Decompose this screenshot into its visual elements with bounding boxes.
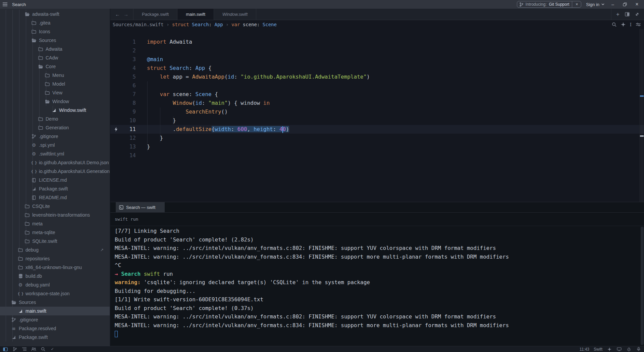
code-line-8[interactable]: 8 Window(id: "main") { window in bbox=[110, 99, 644, 107]
code-line-5[interactable]: 5 let app = AdwaitaApp(id: "io.github.Ap… bbox=[110, 73, 644, 81]
minimize-button[interactable]: – bbox=[609, 2, 616, 7]
nav-back-icon[interactable]: ← bbox=[115, 11, 120, 17]
code-line-10[interactable]: 10 } bbox=[110, 116, 644, 125]
code-line-9[interactable]: 9 SearchEntry() bbox=[110, 107, 644, 116]
tree-item-icons[interactable]: Icons bbox=[0, 27, 110, 36]
code-line-7[interactable]: 7 var scene: Scene { bbox=[110, 90, 644, 99]
banner-title: Git Support bbox=[549, 2, 570, 7]
tree-item-license-md[interactable]: LICENSE.md bbox=[0, 176, 110, 184]
tree-item-csqlite[interactable]: CSQLite bbox=[0, 202, 110, 211]
tab-package-swift[interactable]: Package.swift bbox=[133, 9, 177, 20]
swift-icon bbox=[18, 308, 23, 314]
tree-item-build-db[interactable]: build.db bbox=[0, 272, 110, 280]
tree-item-meta-sqlite[interactable]: meta-sqlite bbox=[0, 228, 110, 237]
tab-window-swift[interactable]: Window.swift bbox=[214, 9, 256, 20]
tree-item-workspace-state-json[interactable]: { }workspace-state.json bbox=[0, 289, 110, 298]
cursor-position[interactable]: 11:43 bbox=[580, 347, 589, 352]
code-line-2[interactable]: 2 bbox=[110, 46, 644, 55]
language-selector[interactable]: Swift bbox=[594, 347, 602, 352]
tree-item--gitignore[interactable]: .gitignore bbox=[0, 132, 110, 141]
code-line-4[interactable]: 4struct Search: App { bbox=[110, 64, 644, 73]
tree-item-view[interactable]: View bbox=[0, 88, 110, 97]
tree-item-debug[interactable]: debug↗ bbox=[0, 246, 110, 254]
tree-item-package-swift[interactable]: Package.swift bbox=[0, 333, 110, 342]
tree-item-window[interactable]: Window bbox=[0, 97, 110, 106]
app-menu-button[interactable] bbox=[0, 0, 10, 9]
code-action-lightning-icon[interactable] bbox=[110, 125, 122, 134]
tree-item-io-github-aparokshaui-demo-json[interactable]: { }io.github.AparokshaUI.Demo.json bbox=[0, 158, 110, 167]
expand-pane-icon[interactable] bbox=[635, 12, 639, 16]
code-line-13[interactable]: 13} bbox=[110, 142, 644, 151]
tree-item-io-github-aparokshaui-generation-json[interactable]: { }io.github.AparokshaUI.Generation.json bbox=[0, 167, 110, 176]
tree-item-readme-md[interactable]: README.md bbox=[0, 193, 110, 202]
code-editor[interactable]: 1import Adwaita23@main4struct Search: Ap… bbox=[110, 29, 644, 202]
terminal-line: Build of product 'Search' complete! (2.8… bbox=[115, 235, 644, 244]
outline-panel-icon[interactable] bbox=[21, 347, 27, 352]
terminal-scrollbar-thumb[interactable] bbox=[641, 227, 644, 345]
inline-assist-icon[interactable] bbox=[621, 22, 626, 27]
restore-button[interactable] bbox=[621, 2, 629, 6]
code-line-3[interactable]: 3@main bbox=[110, 55, 644, 64]
tree-item-meta[interactable]: meta bbox=[0, 219, 110, 228]
tree-item-debug-yaml[interactable]: ⚙debug.yaml bbox=[0, 280, 110, 289]
tree-item-menu[interactable]: Menu bbox=[0, 71, 110, 80]
diagnostics-icon[interactable]: ✓ bbox=[50, 347, 55, 352]
terminal-command-row[interactable]: swift run bbox=[110, 213, 644, 226]
tree-item-levenshtein-transformations[interactable]: levenshtein-transformations bbox=[0, 211, 110, 219]
tree-item-generation[interactable]: Generation bbox=[0, 123, 110, 132]
code-line-1[interactable]: 1import Adwaita bbox=[110, 38, 644, 46]
notifications-icon[interactable] bbox=[626, 347, 632, 352]
code-actions-icon[interactable] bbox=[636, 23, 641, 27]
tree-item-demo[interactable]: Demo bbox=[0, 115, 110, 123]
tree-item--gitea[interactable]: .gitea bbox=[0, 18, 110, 27]
tree-item-sources[interactable]: Sources bbox=[0, 298, 110, 307]
tree-item-core[interactable]: Core bbox=[0, 62, 110, 71]
tree-item-x86-64-unknown-linux-gnu[interactable]: x86_64-unknown-linux-gnu bbox=[0, 263, 110, 272]
git-branch-icon[interactable] bbox=[12, 347, 17, 352]
terminal-tab[interactable]: Search — swift bbox=[116, 202, 165, 212]
editor-scrollbar[interactable] bbox=[639, 29, 644, 202]
close-button[interactable]: × bbox=[633, 1, 641, 7]
tree-item-package-resolved[interactable]: ≡Package.resolved bbox=[0, 324, 110, 333]
terminal-line: Building for debugging... bbox=[115, 287, 644, 296]
code-line-11[interactable]: 11 .defaultSize(width: 600, height: 40) bbox=[110, 125, 644, 134]
code-line-14[interactable]: 14 bbox=[110, 151, 644, 160]
tree-item-sources[interactable]: Sources bbox=[0, 36, 110, 45]
breadcrumb[interactable]: Sources/main.swift › struct Search: App … bbox=[113, 22, 277, 27]
tree-item-sqlite-swift[interactable]: SQLite.swift bbox=[0, 237, 110, 246]
tab-main-swift[interactable]: main.swift bbox=[177, 9, 214, 20]
screen-share-icon[interactable] bbox=[616, 347, 622, 352]
tree-item-model[interactable]: Model bbox=[0, 80, 110, 88]
terminal-tab-label: Search — swift bbox=[126, 205, 155, 210]
buffer-search-icon[interactable] bbox=[612, 22, 616, 27]
sign-in-button[interactable]: Sign in bbox=[586, 2, 604, 7]
tree-item-window-swift[interactable]: Window.swift bbox=[0, 106, 110, 115]
tree-item--gitignore[interactable]: .gitignore bbox=[0, 315, 110, 324]
new-tab-button[interactable]: + bbox=[616, 11, 620, 18]
search-icon[interactable] bbox=[40, 347, 46, 352]
collab-icon[interactable] bbox=[31, 347, 36, 352]
tree-item-adwaita-swift[interactable]: adwaita-swift bbox=[0, 10, 110, 18]
tree-item-main-swift[interactable]: main.swift bbox=[0, 307, 110, 315]
git-support-banner[interactable]: Introducing: Git Support × bbox=[517, 1, 581, 8]
tree-item-cadw[interactable]: CAdw bbox=[0, 53, 110, 62]
text-cursor-icon[interactable]: I bbox=[630, 22, 632, 27]
code-indent-guide bbox=[147, 81, 148, 151]
banner-close-icon[interactable]: × bbox=[575, 2, 579, 7]
tab-bar: ← → Package.swiftmain.swiftWindow.swift … bbox=[110, 9, 644, 20]
tree-item--spi-yml[interactable]: ⚙.spi.yml bbox=[0, 141, 110, 149]
split-pane-icon[interactable] bbox=[625, 12, 630, 16]
terminal-output[interactable]: [7/7] Linking SearchBuild of product 'Se… bbox=[110, 226, 644, 346]
microphone-icon[interactable] bbox=[636, 347, 641, 352]
tree-item--swiftlint-yml[interactable]: ⚙.swiftlint.yml bbox=[0, 149, 110, 158]
tree-item-repositories[interactable]: repositories bbox=[0, 254, 110, 263]
code-line-12[interactable]: 12 } bbox=[110, 134, 644, 142]
scrollbar-thumb[interactable] bbox=[640, 29, 644, 202]
assistant-icon[interactable] bbox=[607, 347, 612, 352]
nav-forward-icon[interactable]: → bbox=[123, 11, 128, 17]
tree-item-package-swift[interactable]: Package.swift bbox=[0, 184, 110, 193]
tree-item-label: Window.swift bbox=[59, 107, 86, 113]
tree-item-adwaita[interactable]: Adwaita bbox=[0, 45, 110, 53]
project-panel-icon[interactable] bbox=[3, 347, 8, 352]
code-line-6[interactable]: 6 bbox=[110, 81, 644, 90]
